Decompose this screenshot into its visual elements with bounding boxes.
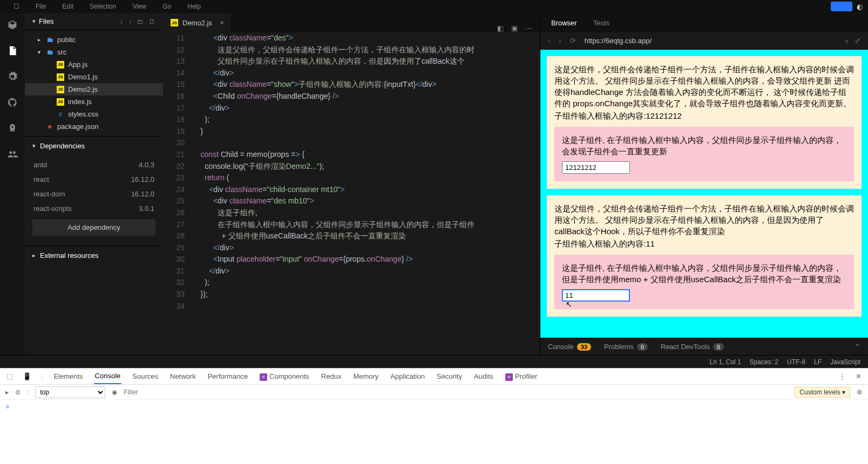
devtools-tab-network[interactable]: Network [169,369,197,384]
close-icon[interactable]: × [220,18,224,27]
ext-resources-header[interactable]: ▸ External resources [25,245,163,265]
editor-area: JS Demo2.js × ◧ ▣ ⋯ 11121314151617181920… [163,13,540,355]
tab-label: Demo2.js [182,19,212,27]
chevron-down-icon: ▾ [32,142,36,149]
status-pos[interactable]: Ln 1, Col 1 [710,358,741,366]
console-body[interactable]: > [0,400,868,464]
menu-selection[interactable]: Selection [90,3,116,10]
file-item[interactable]: ▸🖿public [25,33,163,46]
parent-box-1: 这是父组件，父组件会传递给子组件一个方法，子组件在输入框输入内容的时候会调用这个… [547,56,862,189]
problems-tab[interactable]: Problems 0 [604,343,648,351]
filter-input[interactable] [124,388,788,396]
main-container: ▾ Files ↓ ↑ 🗀 🗋 ▸🖿public▾🖿srcJSApp.jsJSD… [0,13,868,355]
settings-icon[interactable]: ⚙ [857,388,863,396]
menu-file[interactable]: File [36,3,46,10]
code-editor[interactable]: 1112131415161718192021222324252627282930… [163,32,540,355]
dep-row[interactable]: react-dom16.12.0 [25,187,163,201]
child1-input[interactable] [562,161,630,174]
devtools-tab-performance[interactable]: Performance [207,369,249,384]
devtools-tab-application[interactable]: Application [389,369,426,384]
tab-demo2[interactable]: JS Demo2.js × [163,13,232,32]
devtools-tab-console[interactable]: Console [94,369,122,384]
devtools-tab-security[interactable]: Security [436,369,463,384]
file-item[interactable]: JSDemo2.js [25,83,163,95]
file-item[interactable]: JSindex.js [25,95,163,108]
inspect-icon[interactable]: ⬚ [6,372,13,380]
devtools-tab-profiler[interactable]: ⚛Profiler [504,369,538,384]
forward-icon[interactable]: › [559,37,561,45]
menu-go[interactable]: Go [162,3,171,10]
clear-icon[interactable]: ⊘ [15,388,21,396]
dep-row[interactable]: react-scripts3.0.1 [25,201,163,216]
play-icon[interactable]: ▸ [5,388,9,396]
preview-tabs: Browser Tests [540,13,868,32]
devtools: ⬚ 📱 | ElementsConsoleSourcesNetworkPerfo… [0,368,868,464]
status-encoding[interactable]: UTF-8 [787,358,805,366]
share-button[interactable] [831,2,852,11]
more-icon[interactable]: ⋯ [525,24,532,32]
devtools-tab-memory[interactable]: Memory [352,369,379,384]
gear-icon[interactable] [7,71,18,82]
parent2-show: 子组件输入框输入的内容:11 [554,238,854,249]
file-item[interactable]: JSDemo1.js [25,71,163,83]
devtools-tab-sources[interactable]: Sources [131,369,159,384]
activity-bar [0,13,25,355]
file-item[interactable]: #styles.css [25,108,163,120]
dep-row[interactable]: antd4.0.3 [25,158,163,172]
reload-icon[interactable]: ⟳ [570,37,576,45]
file-item[interactable]: JSApp.js [25,58,163,71]
devtools-tab-components[interactable]: ⚛Components [259,369,310,384]
file-item[interactable]: ◆package.json [25,120,163,133]
new-folder-icon[interactable]: 🗀 [137,18,144,25]
new-file-icon[interactable]: 🗋 [149,18,155,25]
parent1-des: 这是父组件，父组件会传递给子组件一个方法，子组件在输入框输入内容的时候会调用这个… [554,64,854,109]
child-box-1: 这是子组件, 在子组件输入框中输入内容，父组件同步显示子组件输入的内容，会发现子… [554,127,854,181]
dep-row[interactable]: react16.12.0 [25,172,163,187]
menu-edit[interactable]: Edit [62,3,73,10]
more-icon[interactable]: ⋮ [839,372,846,380]
layout-icon[interactable]: ▣ [511,24,518,32]
file-icon[interactable] [7,45,18,56]
child2-des: 这是子组件, 在子组件输入框中输入内容，父组件同步显示子组件输入的内容，但是子组… [562,262,846,285]
url-field[interactable]: https://6eqtg.csb.app/ [585,37,836,45]
menu-view[interactable]: View [132,3,146,10]
status-eol[interactable]: LF [814,358,822,366]
js-icon: JS [171,19,178,26]
cube-icon[interactable] [7,19,18,30]
files-header[interactable]: ▾ Files ↓ ↑ 🗀 🗋 [25,13,163,30]
chevron-right-icon: ▸ [32,252,36,259]
tab-tests[interactable]: Tests [593,19,609,27]
download-icon[interactable]: ↓ [120,18,123,25]
chevron-up-icon[interactable]: ⌃ [855,343,860,351]
open-new-icon[interactable]: ⤢ [855,37,860,45]
split-icon[interactable]: ◧ [497,24,504,32]
share-icon[interactable]: ⬨ [845,37,849,45]
menu-help[interactable]: Help [187,3,201,10]
react-devtools-tab[interactable]: React DevTools 0 [661,343,724,351]
rocket-icon[interactable] [7,123,18,134]
people-icon[interactable] [7,149,18,160]
add-dependency-button[interactable]: Add dependency [32,219,155,236]
upload-icon[interactable]: ↑ [128,18,132,25]
avatar[interactable]: ◐ [857,3,863,11]
devtools-tab-redux[interactable]: Redux [320,369,343,384]
device-icon[interactable]: 📱 [23,372,31,380]
files-label: Files [39,17,120,25]
status-spaces[interactable]: Spaces: 2 [750,358,778,366]
file-item[interactable]: ▾🖿src [25,46,163,58]
log-levels[interactable]: Custom levels ▾ [795,387,850,398]
console-tab[interactable]: Console 33 [548,343,591,351]
status-lang[interactable]: JavaScript [830,358,860,366]
github-icon[interactable] [7,97,18,108]
deps-header[interactable]: ▾ Dependencies [25,136,163,155]
child2-input[interactable] [562,289,630,302]
context-select[interactable]: top [35,386,105,398]
parent-box-2: 这是父组件，父组件会传递给子组件一个方法，子组件在输入框输入内容的时候会调用这个… [547,195,862,317]
close-icon[interactable]: ✕ [856,372,862,380]
back-icon[interactable]: ‹ [548,37,550,45]
devtools-tab-elements[interactable]: Elements [52,369,84,384]
eye-icon[interactable]: ◉ [112,388,117,396]
devtools-tab-audits[interactable]: Audits [473,369,494,384]
parent1-show: 子组件输入框输入的内容:12121212 [554,110,854,121]
tab-browser[interactable]: Browser [551,19,577,27]
